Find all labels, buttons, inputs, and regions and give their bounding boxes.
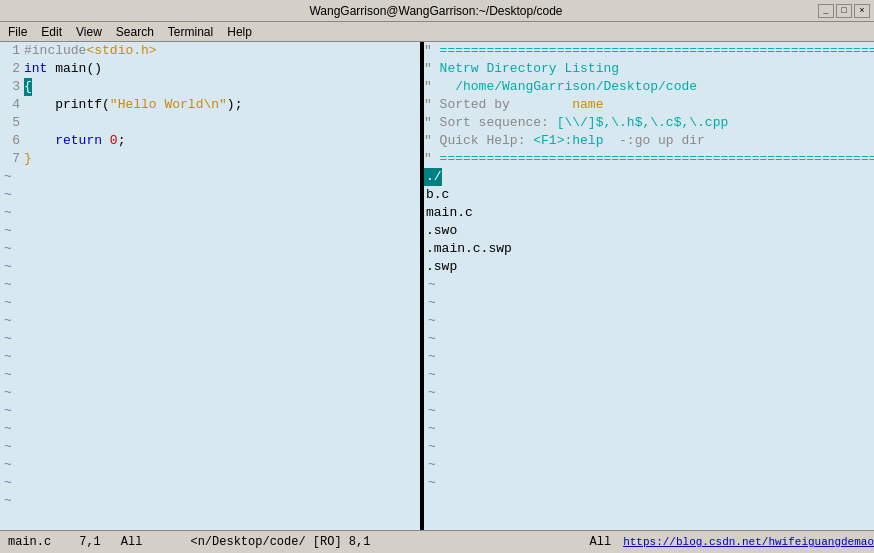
netrw-sortseq-line: " Sort sequence: [\\/]$,\.h$,\.c$,\.cpp bbox=[424, 114, 874, 132]
netrw-separator-top: " ======================================… bbox=[424, 42, 874, 60]
code-line-5: 5 bbox=[0, 114, 420, 132]
line-content-4: printf("Hello World\n"); bbox=[24, 96, 242, 114]
netrw-sortedby-line: " Sorted by name bbox=[424, 96, 874, 114]
window-controls: _ □ × bbox=[818, 4, 870, 18]
netrw-tilde-5: ~ bbox=[424, 348, 874, 366]
code-line-6: 6 return 0; bbox=[0, 132, 420, 150]
tilde-line-8: ~ bbox=[0, 294, 420, 312]
window-title: WangGarrison@WangGarrison:~/Desktop/code bbox=[54, 4, 818, 18]
titlebar: WangGarrison@WangGarrison:~/Desktop/code… bbox=[0, 0, 874, 22]
netrw-file-mainswp[interactable]: .main.c.swp bbox=[424, 240, 874, 258]
tilde-line-1: ~ bbox=[0, 168, 420, 186]
status-blog-link[interactable]: https://blog.csdn.net/hwifeiguangdemao bbox=[615, 536, 874, 548]
netrw-tilde-9: ~ bbox=[424, 420, 874, 438]
netrw-tilde-4: ~ bbox=[424, 330, 874, 348]
code-line-2: 2 int main() bbox=[0, 60, 420, 78]
status-left-position: 7,1 bbox=[59, 535, 121, 549]
code-editor-pane[interactable]: 1 #include<stdio.h> 2 int main() 3 { 4 p… bbox=[0, 42, 420, 530]
line-number-6: 6 bbox=[0, 132, 24, 150]
line-number-3: 3 bbox=[0, 78, 24, 96]
netrw-quickhelp-line: " Quick Help: <F1>:help -:go up dir bbox=[424, 132, 874, 150]
netrw-file-label-swp: .swp bbox=[424, 258, 457, 276]
statusbar: main.c 7,1 All <n/Desktop/code/ [RO] 8,1… bbox=[0, 530, 874, 553]
line-number-2: 2 bbox=[0, 60, 24, 78]
menu-terminal[interactable]: Terminal bbox=[162, 24, 219, 40]
line-number-4: 4 bbox=[0, 96, 24, 114]
tilde-line-6: ~ bbox=[0, 258, 420, 276]
netrw-file-swo[interactable]: .swo bbox=[424, 222, 874, 240]
netrw-selected-item: ./ bbox=[424, 168, 442, 186]
line-number-5: 5 bbox=[0, 114, 24, 132]
netrw-file-label-swo: .swo bbox=[424, 222, 457, 240]
netrw-tilde-8: ~ bbox=[424, 402, 874, 420]
editor-area: 1 #include<stdio.h> 2 int main() 3 { 4 p… bbox=[0, 42, 874, 530]
netrw-tilde-6: ~ bbox=[424, 366, 874, 384]
tilde-line-7: ~ bbox=[0, 276, 420, 294]
netrw-file-current-dir[interactable]: ./ bbox=[424, 168, 874, 186]
tilde-line-19: ~ bbox=[0, 492, 420, 510]
tilde-line-4: ~ bbox=[0, 222, 420, 240]
tilde-line-10: ~ bbox=[0, 330, 420, 348]
netrw-file-label-mainc: main.c bbox=[424, 204, 473, 222]
maximize-button[interactable]: □ bbox=[836, 4, 852, 18]
tilde-line-11: ~ bbox=[0, 348, 420, 366]
netrw-header-line: " Netrw Directory Listing bbox=[424, 60, 874, 78]
line-number-7: 7 bbox=[0, 150, 24, 168]
status-netrw-all: All bbox=[590, 535, 616, 549]
netrw-tilde-2: ~ bbox=[424, 294, 874, 312]
code-line-3: 3 { bbox=[0, 78, 420, 96]
netrw-file-label-bc: b.c bbox=[424, 186, 449, 204]
code-line-4: 4 printf("Hello World\n"); bbox=[0, 96, 420, 114]
netrw-separator-bottom: " ======================================… bbox=[424, 150, 874, 168]
netrw-tilde-1: ~ bbox=[424, 276, 874, 294]
netrw-file-bc[interactable]: b.c bbox=[424, 186, 874, 204]
menu-file[interactable]: File bbox=[2, 24, 33, 40]
code-line-7: 7 } bbox=[0, 150, 420, 168]
tilde-line-15: ~ bbox=[0, 420, 420, 438]
netrw-tilde-7: ~ bbox=[424, 384, 874, 402]
line-content-2: int main() bbox=[24, 60, 102, 78]
tilde-line-17: ~ bbox=[0, 456, 420, 474]
netrw-tilde-10: ~ bbox=[424, 438, 874, 456]
line-content-1: #include<stdio.h> bbox=[24, 42, 157, 60]
tilde-line-2: ~ bbox=[0, 186, 420, 204]
netrw-content: " ======================================… bbox=[424, 42, 874, 492]
netrw-pane[interactable]: " ======================================… bbox=[424, 42, 874, 530]
netrw-tilde-11: ~ bbox=[424, 456, 874, 474]
status-left-filename: main.c bbox=[0, 535, 59, 549]
close-button[interactable]: × bbox=[854, 4, 870, 18]
menu-search[interactable]: Search bbox=[110, 24, 160, 40]
menubar: File Edit View Search Terminal Help bbox=[0, 22, 874, 42]
tilde-line-13: ~ bbox=[0, 384, 420, 402]
netrw-tilde-12: ~ bbox=[424, 474, 874, 492]
netrw-path-line: " /home/WangGarrison/Desktop/code bbox=[424, 78, 874, 96]
status-netrw-path: <n/Desktop/code/ [RO] 8,1 bbox=[182, 535, 378, 549]
netrw-file-mainc[interactable]: main.c bbox=[424, 204, 874, 222]
tilde-line-9: ~ bbox=[0, 312, 420, 330]
netrw-file-swp[interactable]: .swp bbox=[424, 258, 874, 276]
menu-view[interactable]: View bbox=[70, 24, 108, 40]
line-content-6: return 0; bbox=[24, 132, 125, 150]
tilde-line-18: ~ bbox=[0, 474, 420, 492]
tilde-line-5: ~ bbox=[0, 240, 420, 258]
tilde-line-16: ~ bbox=[0, 438, 420, 456]
netrw-tilde-3: ~ bbox=[424, 312, 874, 330]
line-number-1: 1 bbox=[0, 42, 24, 60]
line-content-7: } bbox=[24, 150, 32, 168]
status-left-all: All bbox=[121, 535, 183, 549]
tilde-line-14: ~ bbox=[0, 402, 420, 420]
menu-edit[interactable]: Edit bbox=[35, 24, 68, 40]
minimize-button[interactable]: _ bbox=[818, 4, 834, 18]
code-content: 1 #include<stdio.h> 2 int main() 3 { 4 p… bbox=[0, 42, 420, 530]
tilde-line-12: ~ bbox=[0, 366, 420, 384]
code-line-1: 1 #include<stdio.h> bbox=[0, 42, 420, 60]
tilde-line-3: ~ bbox=[0, 204, 420, 222]
menu-help[interactable]: Help bbox=[221, 24, 258, 40]
line-content-3: { bbox=[24, 78, 32, 96]
netrw-file-label-mainswp: .main.c.swp bbox=[424, 240, 512, 258]
